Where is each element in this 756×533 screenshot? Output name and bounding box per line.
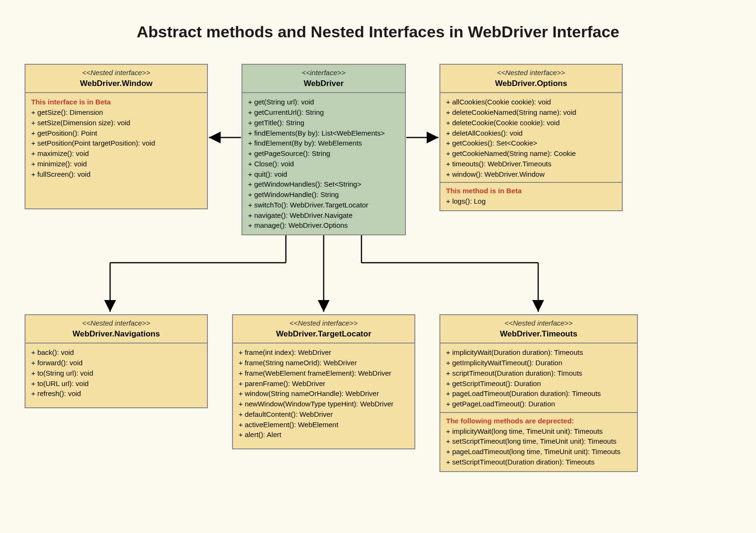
method: + getTitle(): String [248,118,399,128]
stereotype: <<Nested interface>> [237,318,411,328]
method: + setScriptTimeout(long time, TimeUnit u… [446,436,631,447]
method: + allCookies(Cookie cookie): void [446,97,616,107]
class-name: WebDriver.Window [29,78,203,90]
method: + activeElement(): WebElement [239,420,409,430]
class-name: WebDriver.TargetLocator [237,328,411,340]
stereotype: <<interface>> [246,68,401,78]
method: + frame(String nameOrId): WebDriver [239,358,409,368]
class-name: WebDriver [246,78,401,90]
method: + getCurrentUrl(): String [248,107,399,118]
method: + manage(): WebDriver.Options [248,220,399,231]
box-webdriver: <<interface>> WebDriver + get(String url… [241,64,406,235]
stereotype: <<Nested interface>> [444,318,633,328]
box-webdriver-options: <<Nested interface>> WebDriver.Options +… [439,64,623,211]
beta-note: This method is in Beta [446,186,616,196]
method: + getSize(): Dimension [31,107,201,118]
method: + frame(int index): WebDriver [239,347,409,358]
method: + get(String url): void [248,97,399,107]
method: + frame(WebElement frameElement): WebDri… [239,368,409,378]
box-webdriver-navigations: <<Nested interface>> WebDriver.Navigatio… [25,314,208,408]
class-name: WebDriver.Navigations [29,328,203,340]
class-name: WebDriver.Timeouts [444,328,633,340]
method: + scriptTimeout(Duration duration): Timo… [446,368,631,378]
method: + pageLoadTimeout(Duration duration): Ti… [446,388,631,399]
method: + getPageLoadTimeout(): Duration [446,399,631,409]
method: + window(String nameOrHandle): WebDriver [239,388,409,399]
method: + maximize(): void [31,148,201,159]
method: + implicityWait(Duration duration): Time… [446,347,631,358]
method: + parenFrame(): WebDriver [239,378,409,389]
method: + switchTo(): WebDriver.TargetLocator [248,200,399,210]
method: + findElement(By by): WebElements [248,138,399,148]
diagram-title: Abstract methods and Nested Interfaces i… [0,0,756,41]
box-webdriver-timeouts: <<Nested interface>> WebDriver.Timeouts … [439,314,638,472]
method: + getWindowHandles(): Set<String> [248,179,399,189]
method: + pageLoadTimeout(long time, TimeUnit un… [446,447,631,457]
method: + to(String url): void [31,368,201,378]
stereotype: <<Nested interface>> [444,68,618,78]
method: + deletAllCookies(): void [446,128,616,138]
method: + newWindow(WindowType typeHint): WebDri… [239,399,409,409]
deprecated-note: The following methods are deprected: [446,416,631,426]
box-webdriver-window: <<Nested interface>> WebDriver.Window Th… [25,64,208,209]
method: + alert(): Alert [239,430,409,440]
method: + getImplicityWaitTimeout(): Duration [446,358,631,368]
stereotype: <<Nested interface>> [29,68,203,78]
method: + findElements(By by): List<WebElements> [248,128,399,138]
method: + getScriptTimeout(): Duration [446,378,631,389]
method: + navigate(): WebDriver.Navigate [248,210,399,221]
method: + implicityWait(long time, TimeUnit unit… [446,426,631,437]
method: + defaultContent(): WebDriver [239,409,409,420]
beta-note: This interface is in Beta [31,97,201,107]
method: + logs(): Log [446,196,616,206]
method: + forward(): void [31,358,201,368]
method: + deleteCookie(Cookie cookie): void [446,118,616,128]
method: + setPosition(Point targetPosition): voi… [31,138,201,148]
method: + setScriptTimeout(Duration diration): T… [446,457,631,467]
method: + Close(): void [248,159,399,169]
method: + setSize(Dimension size): void [31,118,201,128]
method: + to(URL url): void [31,378,201,389]
method: + getCookieNamed(String name): Cookie [446,148,616,159]
box-webdriver-targetlocator: <<Nested interface>> WebDriver.TargetLoc… [232,314,415,449]
stereotype: <<Nested interface>> [29,318,203,328]
method: + quit(): void [248,169,399,180]
method: + getPosition(): Point [31,128,201,138]
method: + back(): void [31,347,201,358]
method: + getWindowHandle(): String [248,189,399,200]
method: + fullScreen(): void [31,169,201,180]
method: + getCookies(): Set<Cookie> [446,138,616,148]
method: + deleteCookieNamed(String name): void [446,107,616,118]
method: + timeouts(): WebDriver.Timeouts [446,159,616,169]
class-name: WebDriver.Options [444,78,618,90]
method: + minimize(): void [31,159,201,169]
method: + window(): WebDriver.Window [446,169,616,180]
method: + refresh(): void [31,388,201,399]
method: + getPageSource(): String [248,148,399,159]
